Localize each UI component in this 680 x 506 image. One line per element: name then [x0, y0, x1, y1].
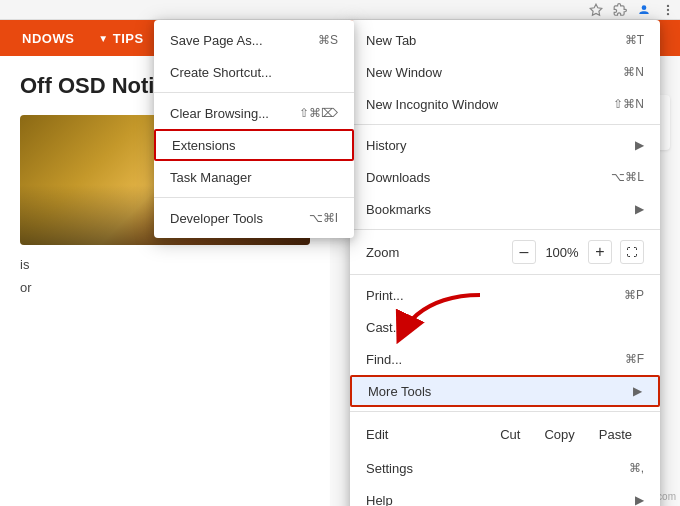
- browser-icons: [588, 2, 676, 18]
- nav-arrow-tips: ▼: [98, 33, 108, 44]
- menu-item-new-window[interactable]: New Window ⌘N: [350, 56, 660, 88]
- zoom-minus-button[interactable]: –: [512, 240, 536, 264]
- help-arrow-icon: ▶: [635, 493, 644, 506]
- svg-point-2: [667, 4, 669, 6]
- more-tools-submenu: Save Page As... ⌘S Create Shortcut... Cl…: [154, 20, 354, 238]
- submenu-separator-2: [154, 197, 354, 198]
- chrome-dropdown-menu: New Tab ⌘T New Window ⌘N New Incognito W…: [350, 20, 660, 506]
- menu-item-settings[interactable]: Settings ⌘,: [350, 452, 660, 484]
- separator-3: [350, 274, 660, 275]
- nav-item-windows[interactable]: NDOWS: [10, 20, 86, 56]
- puzzle-icon[interactable]: [612, 2, 628, 18]
- page-or-text: or: [20, 280, 310, 295]
- svg-point-4: [667, 12, 669, 14]
- menu-item-bookmarks[interactable]: Bookmarks ▶: [350, 193, 660, 225]
- page-body-text: is: [20, 255, 310, 275]
- paste-button[interactable]: Paste: [587, 423, 644, 446]
- menu-item-cast[interactable]: Cast...: [350, 311, 660, 343]
- person-icon[interactable]: [636, 2, 652, 18]
- menu-item-new-incognito[interactable]: New Incognito Window ⇧⌘N: [350, 88, 660, 120]
- nav-item-tips[interactable]: ▼ TIPS: [86, 20, 155, 56]
- menu-item-find[interactable]: Find... ⌘F: [350, 343, 660, 375]
- more-menu-icon[interactable]: [660, 2, 676, 18]
- svg-point-3: [667, 8, 669, 10]
- edit-actions: Cut Copy Paste: [488, 423, 644, 446]
- submenu-separator-1: [154, 92, 354, 93]
- history-arrow-icon: ▶: [635, 138, 644, 152]
- submenu-item-developer-tools[interactable]: Developer Tools ⌥⌘I: [154, 202, 354, 234]
- menu-item-help[interactable]: Help ▶: [350, 484, 660, 506]
- svg-point-1: [642, 5, 647, 10]
- copy-button[interactable]: Copy: [532, 423, 586, 446]
- separator-4: [350, 411, 660, 412]
- edit-row: Edit Cut Copy Paste: [350, 416, 660, 452]
- submenu-item-save-page[interactable]: Save Page As... ⌘S: [154, 24, 354, 56]
- zoom-controls: – 100% +: [512, 240, 644, 264]
- menu-item-more-tools[interactable]: More Tools ▶: [350, 375, 660, 407]
- submenu-item-clear-browsing[interactable]: Clear Browsing... ⇧⌘⌦: [154, 97, 354, 129]
- menu-item-downloads[interactable]: Downloads ⌥⌘L: [350, 161, 660, 193]
- menu-item-print[interactable]: Print... ⌘P: [350, 279, 660, 311]
- menu-item-new-tab[interactable]: New Tab ⌘T: [350, 24, 660, 56]
- separator-2: [350, 229, 660, 230]
- submenu-item-extensions[interactable]: Extensions: [154, 129, 354, 161]
- bookmarks-arrow-icon: ▶: [635, 202, 644, 216]
- zoom-row: Zoom – 100% +: [350, 234, 660, 270]
- cut-button[interactable]: Cut: [488, 423, 532, 446]
- submenu-item-task-manager[interactable]: Task Manager: [154, 161, 354, 193]
- fullscreen-button[interactable]: [620, 240, 644, 264]
- zoom-value: 100%: [544, 245, 580, 260]
- submenu-item-create-shortcut[interactable]: Create Shortcut...: [154, 56, 354, 88]
- svg-marker-0: [590, 4, 602, 15]
- zoom-plus-button[interactable]: +: [588, 240, 612, 264]
- separator-1: [350, 124, 660, 125]
- star-icon[interactable]: [588, 2, 604, 18]
- more-tools-arrow-icon: ▶: [633, 384, 642, 398]
- browser-chrome: [0, 0, 680, 20]
- menu-item-history[interactable]: History ▶: [350, 129, 660, 161]
